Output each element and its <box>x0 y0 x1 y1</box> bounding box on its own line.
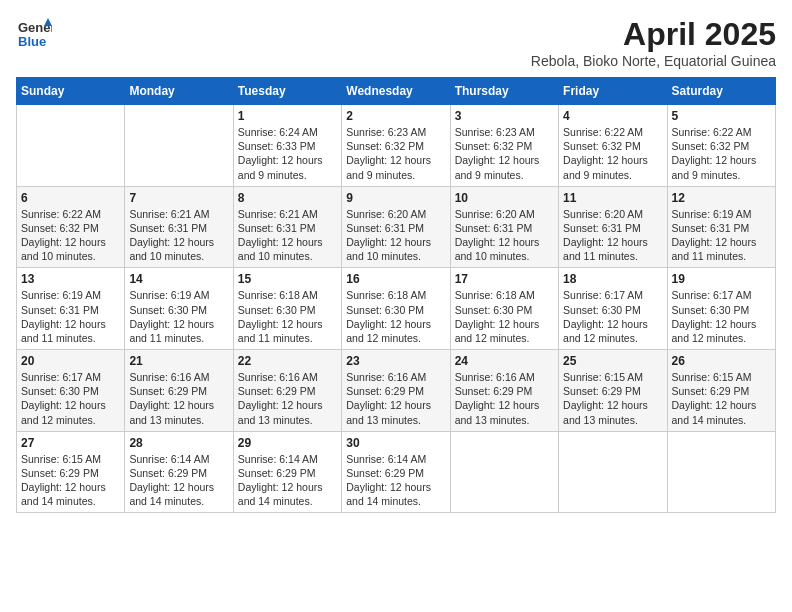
day-info: Sunrise: 6:16 AMSunset: 6:29 PMDaylight:… <box>238 370 337 427</box>
day-info: Sunrise: 6:15 AMSunset: 6:29 PMDaylight:… <box>563 370 662 427</box>
calendar-cell <box>667 431 775 513</box>
col-header-sunday: Sunday <box>17 78 125 105</box>
day-info: Sunrise: 6:23 AMSunset: 6:32 PMDaylight:… <box>455 125 554 182</box>
day-number: 14 <box>129 272 228 286</box>
day-number: 16 <box>346 272 445 286</box>
day-info: Sunrise: 6:14 AMSunset: 6:29 PMDaylight:… <box>238 452 337 509</box>
day-number: 1 <box>238 109 337 123</box>
calendar-week-row: 6Sunrise: 6:22 AMSunset: 6:32 PMDaylight… <box>17 186 776 268</box>
calendar-header-row: SundayMondayTuesdayWednesdayThursdayFrid… <box>17 78 776 105</box>
page-header: General Blue April 2025 Rebola, Bioko No… <box>16 16 776 69</box>
calendar-cell <box>125 105 233 187</box>
day-number: 22 <box>238 354 337 368</box>
day-info: Sunrise: 6:15 AMSunset: 6:29 PMDaylight:… <box>21 452 120 509</box>
location-title: Rebola, Bioko Norte, Equatorial Guinea <box>531 53 776 69</box>
month-title: April 2025 <box>531 16 776 53</box>
calendar-cell: 10Sunrise: 6:20 AMSunset: 6:31 PMDayligh… <box>450 186 558 268</box>
calendar-week-row: 20Sunrise: 6:17 AMSunset: 6:30 PMDayligh… <box>17 350 776 432</box>
day-number: 7 <box>129 191 228 205</box>
calendar-cell: 12Sunrise: 6:19 AMSunset: 6:31 PMDayligh… <box>667 186 775 268</box>
day-info: Sunrise: 6:21 AMSunset: 6:31 PMDaylight:… <box>129 207 228 264</box>
day-info: Sunrise: 6:17 AMSunset: 6:30 PMDaylight:… <box>672 288 771 345</box>
calendar-cell: 6Sunrise: 6:22 AMSunset: 6:32 PMDaylight… <box>17 186 125 268</box>
calendar-cell: 30Sunrise: 6:14 AMSunset: 6:29 PMDayligh… <box>342 431 450 513</box>
col-header-thursday: Thursday <box>450 78 558 105</box>
day-info: Sunrise: 6:15 AMSunset: 6:29 PMDaylight:… <box>672 370 771 427</box>
day-number: 19 <box>672 272 771 286</box>
day-number: 3 <box>455 109 554 123</box>
day-info: Sunrise: 6:20 AMSunset: 6:31 PMDaylight:… <box>563 207 662 264</box>
col-header-friday: Friday <box>559 78 667 105</box>
day-number: 29 <box>238 436 337 450</box>
day-info: Sunrise: 6:20 AMSunset: 6:31 PMDaylight:… <box>346 207 445 264</box>
day-number: 28 <box>129 436 228 450</box>
day-number: 27 <box>21 436 120 450</box>
logo: General Blue <box>16 16 52 52</box>
col-header-saturday: Saturday <box>667 78 775 105</box>
calendar-table: SundayMondayTuesdayWednesdayThursdayFrid… <box>16 77 776 513</box>
day-info: Sunrise: 6:23 AMSunset: 6:32 PMDaylight:… <box>346 125 445 182</box>
day-info: Sunrise: 6:19 AMSunset: 6:30 PMDaylight:… <box>129 288 228 345</box>
day-info: Sunrise: 6:18 AMSunset: 6:30 PMDaylight:… <box>346 288 445 345</box>
day-info: Sunrise: 6:19 AMSunset: 6:31 PMDaylight:… <box>21 288 120 345</box>
day-info: Sunrise: 6:18 AMSunset: 6:30 PMDaylight:… <box>455 288 554 345</box>
calendar-cell: 9Sunrise: 6:20 AMSunset: 6:31 PMDaylight… <box>342 186 450 268</box>
logo-icon: General Blue <box>16 16 52 52</box>
calendar-cell: 22Sunrise: 6:16 AMSunset: 6:29 PMDayligh… <box>233 350 341 432</box>
col-header-monday: Monday <box>125 78 233 105</box>
calendar-cell: 24Sunrise: 6:16 AMSunset: 6:29 PMDayligh… <box>450 350 558 432</box>
calendar-cell: 16Sunrise: 6:18 AMSunset: 6:30 PMDayligh… <box>342 268 450 350</box>
calendar-cell: 19Sunrise: 6:17 AMSunset: 6:30 PMDayligh… <box>667 268 775 350</box>
day-info: Sunrise: 6:20 AMSunset: 6:31 PMDaylight:… <box>455 207 554 264</box>
calendar-cell: 29Sunrise: 6:14 AMSunset: 6:29 PMDayligh… <box>233 431 341 513</box>
day-info: Sunrise: 6:14 AMSunset: 6:29 PMDaylight:… <box>346 452 445 509</box>
calendar-cell: 7Sunrise: 6:21 AMSunset: 6:31 PMDaylight… <box>125 186 233 268</box>
day-number: 23 <box>346 354 445 368</box>
day-number: 2 <box>346 109 445 123</box>
day-number: 17 <box>455 272 554 286</box>
day-info: Sunrise: 6:22 AMSunset: 6:32 PMDaylight:… <box>672 125 771 182</box>
day-number: 13 <box>21 272 120 286</box>
day-info: Sunrise: 6:16 AMSunset: 6:29 PMDaylight:… <box>129 370 228 427</box>
day-number: 11 <box>563 191 662 205</box>
day-number: 6 <box>21 191 120 205</box>
calendar-cell: 1Sunrise: 6:24 AMSunset: 6:33 PMDaylight… <box>233 105 341 187</box>
day-number: 9 <box>346 191 445 205</box>
day-number: 21 <box>129 354 228 368</box>
day-info: Sunrise: 6:17 AMSunset: 6:30 PMDaylight:… <box>563 288 662 345</box>
svg-text:Blue: Blue <box>18 34 46 49</box>
day-info: Sunrise: 6:19 AMSunset: 6:31 PMDaylight:… <box>672 207 771 264</box>
calendar-cell <box>450 431 558 513</box>
calendar-cell: 17Sunrise: 6:18 AMSunset: 6:30 PMDayligh… <box>450 268 558 350</box>
col-header-tuesday: Tuesday <box>233 78 341 105</box>
calendar-cell <box>559 431 667 513</box>
calendar-cell: 15Sunrise: 6:18 AMSunset: 6:30 PMDayligh… <box>233 268 341 350</box>
day-number: 12 <box>672 191 771 205</box>
col-header-wednesday: Wednesday <box>342 78 450 105</box>
calendar-cell: 2Sunrise: 6:23 AMSunset: 6:32 PMDaylight… <box>342 105 450 187</box>
day-info: Sunrise: 6:22 AMSunset: 6:32 PMDaylight:… <box>563 125 662 182</box>
calendar-cell: 23Sunrise: 6:16 AMSunset: 6:29 PMDayligh… <box>342 350 450 432</box>
calendar-cell: 20Sunrise: 6:17 AMSunset: 6:30 PMDayligh… <box>17 350 125 432</box>
day-number: 5 <box>672 109 771 123</box>
day-info: Sunrise: 6:16 AMSunset: 6:29 PMDaylight:… <box>455 370 554 427</box>
day-info: Sunrise: 6:21 AMSunset: 6:31 PMDaylight:… <box>238 207 337 264</box>
calendar-cell: 14Sunrise: 6:19 AMSunset: 6:30 PMDayligh… <box>125 268 233 350</box>
day-number: 26 <box>672 354 771 368</box>
calendar-week-row: 27Sunrise: 6:15 AMSunset: 6:29 PMDayligh… <box>17 431 776 513</box>
calendar-cell <box>17 105 125 187</box>
day-number: 10 <box>455 191 554 205</box>
calendar-cell: 28Sunrise: 6:14 AMSunset: 6:29 PMDayligh… <box>125 431 233 513</box>
day-number: 30 <box>346 436 445 450</box>
day-number: 20 <box>21 354 120 368</box>
calendar-cell: 18Sunrise: 6:17 AMSunset: 6:30 PMDayligh… <box>559 268 667 350</box>
day-number: 4 <box>563 109 662 123</box>
calendar-week-row: 1Sunrise: 6:24 AMSunset: 6:33 PMDaylight… <box>17 105 776 187</box>
title-block: April 2025 Rebola, Bioko Norte, Equatori… <box>531 16 776 69</box>
day-number: 15 <box>238 272 337 286</box>
calendar-cell: 8Sunrise: 6:21 AMSunset: 6:31 PMDaylight… <box>233 186 341 268</box>
day-number: 18 <box>563 272 662 286</box>
calendar-cell: 13Sunrise: 6:19 AMSunset: 6:31 PMDayligh… <box>17 268 125 350</box>
calendar-cell: 26Sunrise: 6:15 AMSunset: 6:29 PMDayligh… <box>667 350 775 432</box>
day-number: 25 <box>563 354 662 368</box>
